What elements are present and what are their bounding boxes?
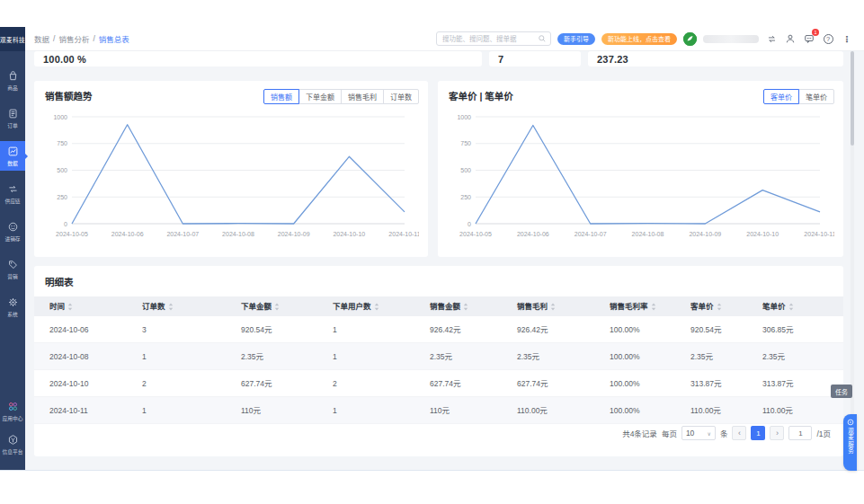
account-name-redacted xyxy=(703,35,759,43)
contact-icon[interactable] xyxy=(784,32,797,45)
breadcrumb-item[interactable]: 销售总表 xyxy=(99,33,129,44)
table-cell: 1 xyxy=(317,316,414,342)
column-header[interactable]: 下单用户数 xyxy=(317,296,414,316)
chart-tab[interactable]: 下单金额 xyxy=(298,89,342,104)
breadcrumb-item[interactable]: 数据 xyxy=(34,33,49,44)
per-page-select[interactable]: 10 ∨ xyxy=(681,426,716,440)
column-header[interactable]: 销售毛利 xyxy=(502,296,594,316)
column-header[interactable]: 时间 xyxy=(34,296,127,316)
table-cell: 2024-10-10 xyxy=(34,370,127,396)
page-1-button[interactable]: 1 xyxy=(751,426,765,440)
page-jump-input[interactable] xyxy=(788,426,812,440)
sort-icon[interactable] xyxy=(463,303,468,311)
sort-icon[interactable] xyxy=(274,303,280,311)
sort-icon[interactable] xyxy=(67,303,73,311)
column-header[interactable]: 笔单价 xyxy=(747,296,843,316)
sort-icon[interactable] xyxy=(788,303,794,311)
table-cell: 627.74元 xyxy=(414,370,502,396)
svg-text:2024-10-08: 2024-10-08 xyxy=(222,231,254,237)
table-cell: 110元 xyxy=(226,397,317,423)
sort-icon[interactable] xyxy=(651,303,656,311)
app-logo[interactable]: 观麦科技 xyxy=(0,27,25,51)
global-search[interactable] xyxy=(436,31,551,46)
sidebar-item-label: 数据 xyxy=(7,159,17,167)
sales-trend-chart-card: 销售额趋势 销售额下单金额销售毛利订单数 025050075010002024-… xyxy=(34,81,428,257)
avatar[interactable] xyxy=(683,32,697,46)
more-icon[interactable]: ⋮ xyxy=(841,32,853,45)
column-header[interactable]: 客单价 xyxy=(675,296,747,316)
column-header[interactable]: 订单数 xyxy=(127,296,226,316)
table-row: 2024-10-0812.35元12.35元2.35元100.00%2.35元2… xyxy=(34,343,843,370)
sidebar-item-marketing[interactable]: 营销 xyxy=(0,254,25,284)
table-cell: 920.54元 xyxy=(226,316,317,342)
help-icon[interactable]: ? xyxy=(822,32,834,45)
breadcrumb-item[interactable]: 销售分析 xyxy=(58,33,89,44)
svg-text:0: 0 xyxy=(64,221,67,227)
svg-text:2024-10-05: 2024-10-05 xyxy=(56,231,88,237)
sidebar-item-info-platform[interactable]: 信息平台 xyxy=(0,429,25,459)
search-input[interactable] xyxy=(442,35,538,43)
stat-card: 237.23 xyxy=(588,51,843,66)
svg-text:2024-10-09: 2024-10-09 xyxy=(278,231,310,237)
scrollbar-thumb[interactable] xyxy=(851,51,854,146)
task-floating-tab[interactable]: 任务 xyxy=(831,385,852,398)
table-cell: 627.74元 xyxy=(226,370,317,396)
tag-icon xyxy=(7,259,19,270)
sidebar-item-app-center[interactable]: 应用中心 xyxy=(0,396,25,426)
sort-icon[interactable] xyxy=(374,303,379,311)
chart-tab[interactable]: 笔单价 xyxy=(798,89,834,104)
next-page-button[interactable]: › xyxy=(770,426,784,440)
sidebar-item-goods[interactable]: 商品 xyxy=(0,66,25,95)
svg-text:0: 0 xyxy=(468,221,471,227)
platform-icon xyxy=(7,434,19,446)
chart-tab[interactable]: 销售额 xyxy=(263,89,299,104)
sidebar-item-data[interactable]: 数据 xyxy=(0,141,25,171)
table-row: 2024-10-102627.74元2627.74元627.74元100.00%… xyxy=(34,370,843,397)
table-body: 2024-10-063920.54元1926.42元926.42元100.00%… xyxy=(34,316,843,424)
chart-title: 客单价 | 笔单价 xyxy=(449,89,513,102)
table-cell: 100.00% xyxy=(594,343,675,369)
message-icon[interactable]: 1 xyxy=(803,32,815,45)
svg-text:2024-10-09: 2024-10-09 xyxy=(689,231,721,237)
chart-tab[interactable]: 销售毛利 xyxy=(341,89,384,104)
service-tab-label: 观麦服务 xyxy=(846,428,855,455)
column-header[interactable]: 销售金额 xyxy=(414,296,502,316)
svg-text:2024-10-11: 2024-10-11 xyxy=(804,231,834,237)
sort-icon[interactable] xyxy=(717,303,722,311)
service-floating-tab[interactable]: 观麦服务 xyxy=(843,414,857,471)
sidebar-item-system[interactable]: 系统 xyxy=(0,292,25,322)
svg-text:2024-10-07: 2024-10-07 xyxy=(166,231,199,237)
table-header: 时间订单数下单金额下单用户数销售金额销售毛利销售毛利率客单价笔单价 xyxy=(34,296,843,316)
prev-page-button[interactable]: ‹ xyxy=(732,426,746,440)
column-header[interactable]: 销售毛利率 xyxy=(594,296,675,316)
column-header[interactable]: 下单金额 xyxy=(226,296,317,316)
table-cell: 313.87元 xyxy=(747,370,843,396)
sidebar-item-inventory[interactable]: 进销存 xyxy=(0,217,25,246)
chart-tab[interactable]: 客单价 xyxy=(763,89,799,104)
svg-text:250: 250 xyxy=(460,194,471,200)
table-cell: 100.00% xyxy=(594,397,675,423)
table-cell: 2024-10-11 xyxy=(34,397,127,423)
sort-icon[interactable] xyxy=(168,303,174,311)
table-cell: 313.87元 xyxy=(675,370,747,396)
sidebar-item-supply-chain[interactable]: 供应链 xyxy=(0,179,25,208)
main-content: 100.00 %7237.23 销售额趋势 销售额下单金额销售毛利订单数 025… xyxy=(25,51,864,470)
navbar-right: 新手引导 新功能上线，点击查看 1 ? ⋮ xyxy=(436,31,864,46)
sidebar-item-orders[interactable]: 订单 xyxy=(0,103,25,133)
svg-text:2024-10-07: 2024-10-07 xyxy=(575,231,607,237)
table-cell: 1 xyxy=(317,397,414,423)
swap-account-icon[interactable] xyxy=(765,32,778,45)
svg-text:1000: 1000 xyxy=(457,114,471,120)
chart-title: 销售额趋势 xyxy=(45,89,93,102)
promo-button[interactable]: 新功能上线，点击查看 xyxy=(601,33,677,45)
sidebar-item-label: 订单 xyxy=(7,121,17,129)
chart-tab[interactable]: 订单数 xyxy=(383,89,419,104)
table-cell: 2 xyxy=(127,370,226,396)
guide-button[interactable]: 新手引导 xyxy=(557,33,595,45)
detail-table-card: 明细表 时间订单数下单金额下单用户数销售金额销售毛利销售毛利率客单价笔单价 20… xyxy=(34,266,843,456)
sort-icon[interactable] xyxy=(550,303,556,311)
scrollbar-track[interactable] xyxy=(851,51,854,470)
table-cell: 627.74元 xyxy=(502,370,594,396)
table-cell: 110.00元 xyxy=(675,397,747,423)
svg-text:750: 750 xyxy=(57,140,67,146)
